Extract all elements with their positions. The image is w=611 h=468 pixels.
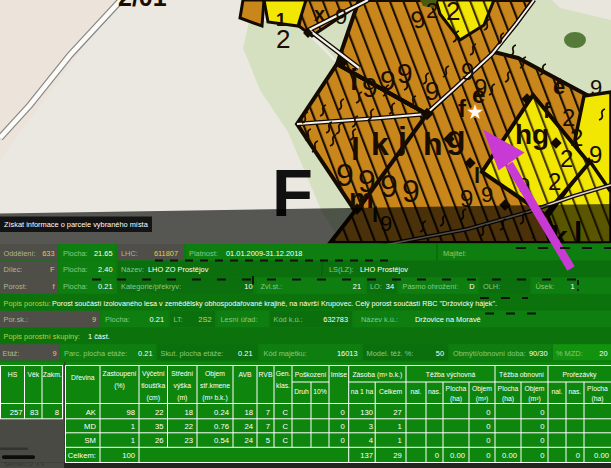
svg-text:9: 9	[52, 349, 56, 358]
svg-text:Plocha:: Plocha:	[105, 315, 130, 324]
svg-text:18: 18	[184, 408, 193, 417]
svg-text:x: x	[314, 3, 325, 25]
svg-text:hg: hg	[515, 119, 549, 150]
svg-text:(ha): (ha)	[450, 395, 462, 403]
svg-text:C: C	[282, 408, 288, 417]
svg-text:l: l	[474, 163, 480, 188]
svg-text:26: 26	[155, 436, 164, 445]
svg-text:9: 9	[589, 141, 602, 168]
svg-text:Kategorie/překryv:: Kategorie/překryv:	[121, 282, 181, 291]
svg-text:Majitel:: Majitel:	[443, 249, 466, 258]
svg-text:tloušťka: tloušťka	[141, 382, 165, 389]
svg-text:7: 7	[266, 408, 270, 417]
svg-text:4: 4	[369, 436, 374, 445]
svg-text:Seznam (2. s s: Seznam (2. s s	[4, 461, 44, 467]
svg-text:Dřevina: Dřevina	[71, 374, 95, 381]
svg-text:nal.: nal.	[411, 388, 422, 395]
svg-text:(m): (m)	[177, 394, 187, 402]
svg-text:Objem: Objem	[205, 370, 225, 378]
svg-text:nas.: nas.	[428, 388, 441, 395]
svg-text:Celkem:: Celkem:	[68, 451, 96, 460]
svg-text:Dílec:: Dílec:	[4, 265, 23, 274]
svg-text:8: 8	[55, 408, 59, 417]
svg-text:Těžba výchovná: Těžba výchovná	[426, 371, 476, 379]
svg-text:0: 0	[435, 451, 439, 460]
svg-text:Kód majetku:: Kód majetku:	[264, 349, 307, 358]
svg-text:Skut. plocha etáže:: Skut. plocha etáže:	[161, 349, 224, 358]
svg-text:9: 9	[92, 315, 96, 324]
svg-text:LHC:: LHC:	[121, 249, 138, 258]
svg-text:90/30: 90/30	[529, 349, 548, 358]
svg-text:Plocha:: Plocha:	[63, 249, 88, 258]
svg-text:Kód k.ú.:: Kód k.ú.:	[274, 315, 303, 324]
svg-text:0.00: 0.00	[450, 451, 465, 460]
svg-text:Druh: Druh	[294, 388, 309, 395]
svg-text:7: 7	[266, 422, 270, 431]
svg-text:0.00: 0.00	[502, 451, 517, 460]
svg-text:1: 1	[570, 282, 574, 291]
svg-text:MD: MD	[84, 422, 96, 431]
svg-text:10%: 10%	[313, 388, 327, 395]
svg-text:2: 2	[426, 0, 438, 23]
svg-text:1: 1	[398, 422, 402, 431]
svg-text:e: e	[472, 81, 485, 108]
svg-text:j: j	[397, 120, 407, 156]
svg-text:29: 29	[393, 451, 402, 460]
svg-text:35: 35	[155, 422, 164, 431]
svg-text:100: 100	[122, 451, 135, 460]
svg-text:Držovice na Moravě: Držovice na Moravě	[415, 315, 481, 324]
svg-text:18: 18	[244, 408, 253, 417]
svg-text:2: 2	[446, 0, 460, 26]
svg-text:Objem: Objem	[472, 385, 492, 393]
svg-text:01.01.2009-31.12.2018: 01.01.2009-31.12.2018	[226, 249, 302, 258]
svg-text:Parc. plocha etáže:: Parc. plocha etáže:	[64, 349, 127, 358]
svg-text:9: 9	[481, 182, 493, 207]
svg-text:2: 2	[548, 168, 561, 195]
svg-text:Imise: Imise	[331, 371, 347, 378]
svg-text:1: 1	[398, 436, 402, 445]
svg-text:C: C	[282, 422, 288, 431]
svg-text:0: 0	[576, 451, 580, 460]
svg-text:OLH:: OLH:	[483, 282, 500, 291]
svg-text:24: 24	[244, 422, 253, 431]
svg-text:22: 22	[155, 408, 164, 417]
svg-text:2: 2	[560, 145, 573, 172]
svg-text:na 1 ha: na 1 ha	[351, 388, 374, 395]
svg-text:21.65: 21.65	[94, 249, 113, 258]
svg-text:LS(LZ):: LS(LZ):	[329, 265, 354, 274]
svg-text:Zastoupení: Zastoupení	[102, 370, 136, 378]
svg-text:D: D	[469, 282, 474, 291]
svg-text:výška: výška	[174, 382, 192, 390]
svg-text:9: 9	[425, 76, 439, 106]
svg-text:611807: 611807	[154, 249, 178, 258]
svg-text:9: 9	[402, 173, 420, 209]
svg-text:(ha): (ha)	[591, 395, 603, 403]
svg-text:(m³): (m³)	[476, 395, 488, 403]
svg-text:0: 0	[486, 422, 490, 431]
svg-text:130: 130	[360, 408, 373, 417]
svg-text:0.00: 0.00	[594, 451, 609, 460]
svg-text:9: 9	[590, 75, 602, 100]
svg-text:0: 0	[340, 408, 344, 417]
svg-text:23: 23	[184, 436, 193, 445]
svg-text:Popis porostní skupiny:: Popis porostní skupiny:	[4, 332, 80, 341]
svg-text:Etáž:: Etáž:	[3, 349, 20, 358]
svg-text:0.21: 0.21	[98, 282, 112, 291]
svg-text:632783: 632783	[323, 315, 348, 324]
svg-text:Oddělení:: Oddělení:	[4, 249, 36, 258]
svg-text:Získat informace o parcele vyb: Získat informace o parcele vybraného mís…	[4, 220, 149, 229]
svg-text:9: 9	[335, 4, 347, 29]
svg-text:0: 0	[486, 408, 490, 417]
svg-text:Název:: Název:	[121, 265, 144, 274]
svg-text:0: 0	[486, 436, 490, 445]
svg-text:98: 98	[126, 408, 135, 417]
svg-text:% MZD:: % MZD:	[556, 349, 583, 358]
svg-text:klas.: klas.	[276, 382, 290, 389]
svg-text:SM: SM	[84, 436, 96, 445]
svg-text:Úsek:: Úsek:	[536, 282, 555, 291]
svg-text:137: 137	[360, 451, 373, 460]
svg-text:Obmýtí/obnovní doba:: Obmýtí/obnovní doba:	[453, 349, 526, 358]
svg-text:Střední: Střední	[171, 370, 193, 377]
svg-text:Porost:: Porost:	[4, 282, 27, 291]
svg-text:(%): (%)	[114, 382, 125, 390]
